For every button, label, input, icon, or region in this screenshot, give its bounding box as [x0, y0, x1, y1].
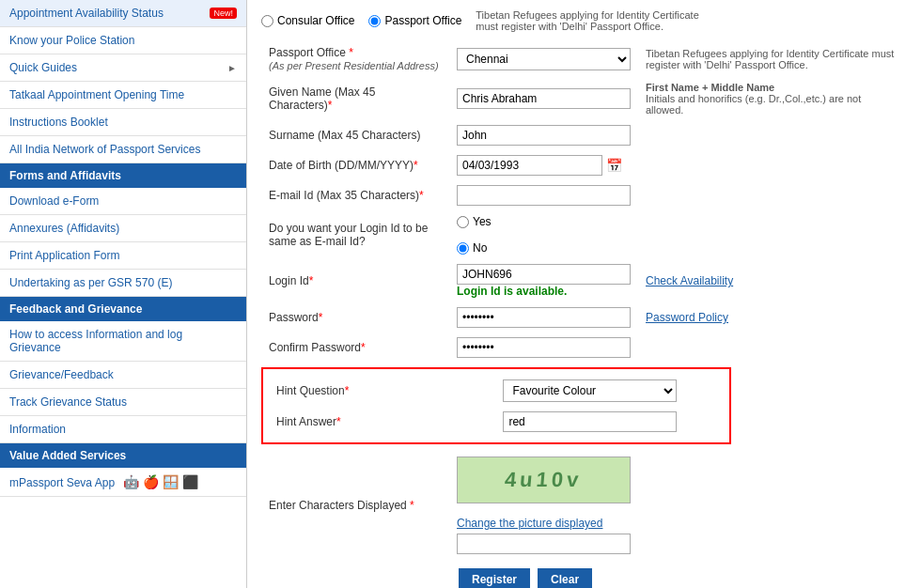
email-input[interactable]	[457, 185, 631, 206]
sidebar-item-label: Know your Police Station	[9, 34, 134, 47]
confirm-password-input[interactable]	[457, 337, 631, 358]
surname-input-cell	[449, 120, 638, 150]
radio-no-label[interactable]: No	[457, 241, 631, 255]
sidebar-item-information[interactable]: Information	[0, 416, 246, 443]
captcha-input[interactable]	[457, 534, 631, 554]
dob-input-cell: 📅	[449, 150, 637, 180]
captcha-image-cell: 4u10v Change the picture displayed	[449, 452, 638, 559]
clear-button[interactable]: Clear	[538, 568, 592, 588]
hint-question-input-cell: Favourite Colour Pet Name Mother's Maide…	[495, 375, 724, 407]
login-same-label-cell: Do you want your Login Id to be same as …	[261, 210, 449, 259]
surname-label-cell: Surname (Max 45 Characters)	[261, 120, 449, 150]
radio-passport[interactable]	[368, 15, 381, 27]
sidebar-item-instructions[interactable]: Instructions Booklet	[0, 109, 246, 136]
hint-question-select[interactable]: Favourite Colour Pet Name Mother's Maide…	[503, 379, 677, 402]
sidebar-item-police[interactable]: Know your Police Station	[0, 27, 246, 54]
sidebar-item-label: Appointment Availability Status	[9, 7, 164, 20]
radio-passport-text: Passport Office	[384, 14, 461, 27]
password-label-cell: Password*	[261, 302, 449, 333]
passport-office-label-cell: Passport Office * (As per Present Reside…	[261, 41, 449, 77]
sidebar-item-track-grievance[interactable]: Track Grievance Status	[0, 389, 246, 416]
chevron-right-icon: ►	[227, 63, 237, 73]
app-icons: 🤖 🍎 🪟 ⬛	[123, 474, 198, 489]
login-same-email-row: Do you want your Login Id to be same as …	[261, 210, 907, 259]
sidebar-item-print-form[interactable]: Print Application Form	[0, 242, 246, 270]
radio-consular-text: Consular Office	[277, 14, 354, 27]
sidebar-item-label: Annexures (Affidavits)	[9, 222, 119, 235]
sidebar-item-label: Download e-Form	[9, 194, 99, 208]
surname-row: Surname (Max 45 Characters)	[261, 120, 907, 150]
sidebar-item-download-eform[interactable]: Download e-Form	[0, 188, 246, 215]
radio-no-text: No	[473, 241, 487, 255]
given-name-input-cell	[449, 77, 638, 120]
dob-label-cell: Date of Birth (DD/MM/YYYY)*	[261, 150, 449, 180]
given-name-row: Given Name (Max 45 Characters)* First Na…	[261, 77, 907, 120]
passport-office-info: Tibetan Refugees applying for Identity C…	[476, 9, 720, 32]
check-availability-link[interactable]: Check Availability	[646, 274, 733, 287]
register-button[interactable]: Register	[459, 568, 530, 588]
radio-yes-text: Yes	[473, 215, 492, 228]
sidebar: Appointment Availability Status New! Kno…	[0, 0, 247, 588]
given-name-input[interactable]	[457, 88, 631, 109]
sidebar-item-undertaking[interactable]: Undertaking as per GSR 570 (E)	[0, 270, 246, 297]
given-name-label-cell: Given Name (Max 45 Characters)*	[261, 77, 449, 120]
sidebar-item-label: Print Application Form	[9, 249, 119, 262]
sidebar-item-label: mPassport Seva App 🤖 🍎 🪟 ⬛	[9, 474, 198, 489]
hint-answer-input[interactable]	[503, 411, 677, 432]
main-content: Consular Office Passport Office Tibetan …	[247, 0, 921, 588]
passport-office-input-cell: Chennai Delhi Mumbai Kolkata	[449, 41, 638, 77]
confirm-password-label-cell: Confirm Password*	[261, 333, 449, 363]
sidebar-item-label: Quick Guides	[9, 61, 77, 74]
sidebar-item-annexures[interactable]: Annexures (Affidavits)	[0, 215, 246, 242]
sidebar-item-mpassport[interactable]: mPassport Seva App 🤖 🍎 🪟 ⬛	[0, 468, 246, 497]
section-header-value-added: Value Added Services	[0, 443, 246, 468]
hint-answer-row: Hint Answer*	[269, 407, 724, 437]
radio-consular-label[interactable]: Consular Office	[261, 14, 354, 27]
sidebar-item-label: All India Network of Passport Services	[9, 143, 200, 156]
password-policy-link[interactable]: Password Policy	[646, 311, 728, 324]
password-row: Password* Password Policy	[261, 302, 907, 333]
login-id-input[interactable]	[457, 264, 631, 285]
sidebar-item-label: Grievance/Feedback	[9, 368, 114, 381]
registration-form: Passport Office * (As per Present Reside…	[261, 41, 907, 363]
hint-answer-input-cell	[495, 407, 724, 437]
sidebar-item-how-to-access[interactable]: How to access Information and log Grieva…	[0, 321, 246, 362]
sidebar-item-label: Information	[9, 423, 66, 436]
passport-office-row: Passport Office * (As per Present Reside…	[261, 41, 907, 77]
radio-yes-label[interactable]: Yes	[457, 215, 631, 228]
sidebar-item-tatkaal[interactable]: Tatkaal Appointment Opening Time	[0, 82, 246, 109]
sidebar-item-grievance-feedback[interactable]: Grievance/Feedback	[0, 362, 246, 389]
radio-passport-label[interactable]: Passport Office	[368, 14, 461, 27]
login-id-input-cell: Login Id is available.	[449, 259, 638, 302]
calendar-icon[interactable]: 📅	[606, 158, 622, 173]
password-input-cell	[449, 302, 638, 333]
confirm-password-row: Confirm Password*	[261, 333, 907, 363]
captcha-label-cell: Enter Characters Displayed *	[261, 452, 449, 559]
password-input[interactable]	[457, 307, 631, 328]
captcha-image: 4u10v	[457, 456, 631, 503]
captcha-row: Enter Characters Displayed * 4u10v Chang…	[261, 452, 907, 559]
radio-yes[interactable]	[457, 216, 469, 228]
radio-no[interactable]	[457, 242, 469, 255]
check-availability-cell: Check Availability	[638, 259, 907, 302]
sidebar-item-label: Tatkaal Appointment Opening Time	[9, 88, 184, 101]
hint-answer-label-cell: Hint Answer*	[269, 407, 495, 437]
sidebar-item-quick-guides[interactable]: Quick Guides ►	[0, 54, 246, 82]
hint-question-row: Hint Question* Favourite Colour Pet Name…	[269, 375, 724, 407]
office-type-radio-group: Consular Office Passport Office Tibetan …	[261, 9, 907, 32]
login-id-row: Login Id* Login Id is available. Check A…	[261, 259, 907, 302]
surname-input[interactable]	[457, 125, 631, 146]
change-picture-link[interactable]: Change the picture displayed	[457, 517, 602, 530]
dob-input[interactable]	[457, 155, 602, 176]
passport-office-select[interactable]: Chennai Delhi Mumbai Kolkata	[457, 48, 631, 70]
section-header-feedback: Feedback and Grievance	[0, 297, 246, 321]
new-badge: New!	[210, 8, 237, 19]
email-row: E-mail Id (Max 35 Characters)*	[261, 180, 907, 210]
sidebar-item-label: Track Grievance Status	[9, 395, 127, 409]
email-label-cell: E-mail Id (Max 35 Characters)*	[261, 180, 449, 210]
sidebar-item-appointment[interactable]: Appointment Availability Status New!	[0, 0, 246, 27]
sidebar-item-all-india[interactable]: All India Network of Passport Services	[0, 136, 246, 163]
section-header-forms: Forms and Affidavits	[0, 163, 246, 188]
radio-consular[interactable]	[261, 15, 273, 27]
login-id-label-cell: Login Id*	[261, 259, 449, 302]
